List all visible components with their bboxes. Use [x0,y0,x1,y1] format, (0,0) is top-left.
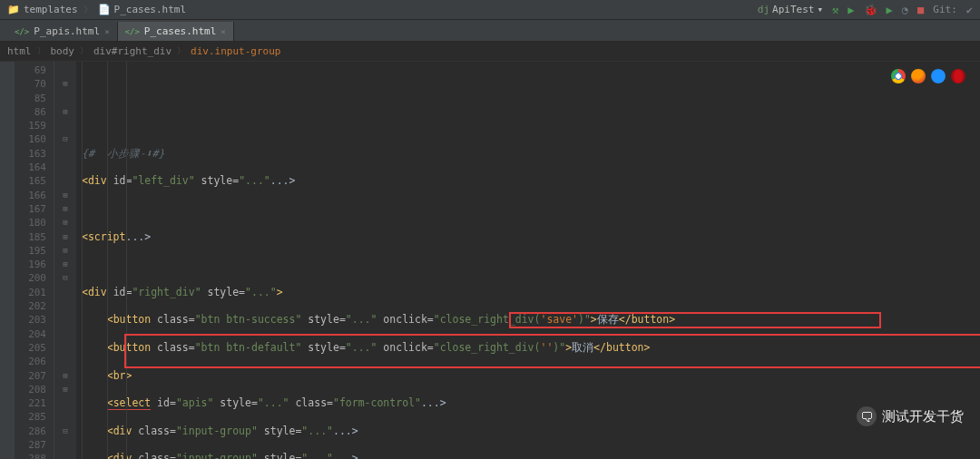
folder-icon: 📁 [7,4,20,15]
firefox-icon[interactable] [911,69,926,83]
safari-icon[interactable] [931,69,946,83]
toolbar-right: djApiTest ▾ ⚒ ▶ 🐞 ▶ ◔ ■ Git: ✔ [758,4,973,16]
fold-column: ⊞⊞⊟⊞⊞⊞⊞⊞⊞⊟⊞⊞⊟⊟ [54,62,76,459]
close-icon[interactable]: × [104,27,109,36]
code-editor[interactable]: 6970858615916016316416516616718018519519… [0,62,980,459]
file-name[interactable]: P_cases.html [114,4,186,15]
fold-icon[interactable]: ⊞ [54,77,76,91]
stop-icon[interactable]: ■ [917,4,924,16]
chrome-icon[interactable] [891,69,906,83]
debug-icon[interactable]: 🐞 [864,4,877,16]
fold-icon[interactable]: ⊞ [54,105,76,119]
tab-label: P_apis.html [34,25,100,37]
chevron-right-icon: 〉 [80,45,88,57]
folder-name[interactable]: templates [24,4,78,15]
fold-icon[interactable]: ⊟ [54,425,76,438]
bc-div-right[interactable]: div#right_div [93,45,172,57]
fold-icon[interactable]: ⊟ [54,132,76,146]
tab-p-cases[interactable]: </> P_cases.html × [118,22,234,41]
editor-tabs: </> P_apis.html × </> P_cases.html × [0,20,980,42]
fold-icon[interactable]: ⊞ [54,216,76,230]
chevron-right-icon: 〉 [37,45,45,57]
watermark-text: 测试开发干货 [882,408,964,425]
bc-input-group[interactable]: div.input-group [191,45,280,57]
chevron-right-icon: 〉 [83,4,93,16]
html-icon: </> [125,27,140,36]
path-crumbs: 📁 templates 〉 📄 P_cases.html [7,4,186,16]
fold-icon[interactable]: ⊟ [54,271,76,285]
run-icon[interactable]: ▶ [848,4,854,16]
fold-icon[interactable]: ⊞ [54,244,76,258]
watermark: 🗨 测试开发干货 [857,406,964,426]
chevron-right-icon: 〉 [177,45,185,57]
fold-icon[interactable]: ⊞ [54,369,76,383]
git-branch-icon[interactable]: ✔ [966,4,973,16]
fold-icon[interactable]: ⊞ [54,383,76,396]
close-icon[interactable]: × [220,27,225,36]
fold-icon[interactable]: ⊞ [54,189,76,202]
tab-p-apis[interactable]: </> P_apis.html × [7,22,118,41]
opera-icon[interactable] [951,69,965,83]
project-path-bar: 📁 templates 〉 📄 P_cases.html djApiTest ▾… [0,0,980,20]
left-gutter-strip [0,62,15,459]
fold-icon[interactable]: ⊞ [54,258,76,271]
bc-body[interactable]: body [51,45,75,57]
code-breadcrumb: html 〉 body 〉 div#right_div 〉 div.input-… [0,42,980,62]
browser-preview-icons [891,69,965,83]
tab-label: P_cases.html [144,25,216,37]
hammer-icon[interactable]: ⚒ [832,4,838,16]
line-numbers: 6970858615916016316416516616718018519519… [15,62,54,459]
run-config[interactable]: djApiTest ▾ [758,4,823,15]
profiler-icon[interactable]: ◔ [902,4,908,16]
git-label: Git: [933,4,957,15]
wechat-icon: 🗨 [857,406,877,426]
fold-icon[interactable]: ⊞ [54,202,76,216]
code-area[interactable]: {# 小步骤-⬇#} <div id="left_div" style="...… [76,62,980,459]
fold-icon[interactable]: ⊞ [54,230,76,244]
html-icon: </> [15,27,29,36]
file-icon: 📄 [98,4,111,15]
bc-html[interactable]: html [7,45,32,57]
coverage-icon[interactable]: ▶ [887,4,893,16]
